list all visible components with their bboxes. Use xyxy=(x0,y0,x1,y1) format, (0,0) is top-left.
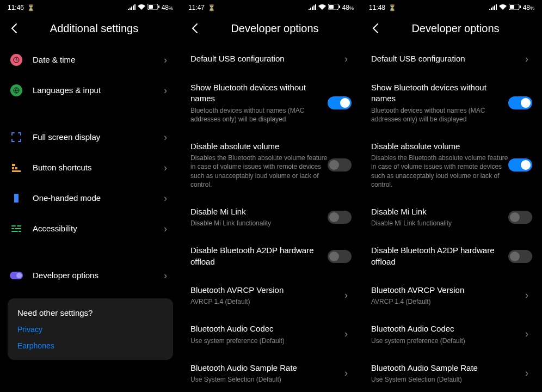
svg-rect-16 xyxy=(510,5,514,9)
list-item-subtitle: Disable Mi Link functionality xyxy=(371,219,508,228)
chevron-right-icon: › xyxy=(160,193,171,204)
list-item-accessibility[interactable]: Accessibility › xyxy=(0,213,181,244)
list-item-onehanded[interactable]: One-handed mode › xyxy=(0,183,181,213)
list-item-label: One-handed mode xyxy=(33,193,160,204)
battery-percent: 48% xyxy=(342,4,354,11)
list-item-disable-mi-link[interactable]: Disable Mi LinkDisable Mi Link functiona… xyxy=(361,198,542,236)
list-item-fullscreen[interactable]: Full screen display › xyxy=(0,122,181,152)
list-item-label: Bluetooth Audio Codec xyxy=(371,323,521,334)
list-item-label: Disable Mi Link xyxy=(371,206,508,217)
svg-rect-7 xyxy=(15,167,17,169)
list-item-label: Bluetooth AVRCP Version xyxy=(190,285,341,296)
battery-icon xyxy=(328,4,340,11)
list-item-label: Bluetooth Audio Codec xyxy=(190,323,341,334)
list-item-default-usb-configuration[interactable]: Default USB configuration› xyxy=(361,45,542,74)
help-link-earphones[interactable]: Earphones xyxy=(17,341,163,350)
chevron-right-icon: › xyxy=(341,53,352,65)
list-item-subtitle: Disables the Bluetooth absolute volume f… xyxy=(190,154,328,189)
list-item-label: Disable Mi Link xyxy=(190,206,328,217)
svg-rect-1 xyxy=(149,5,153,9)
list-item-label: Bluetooth Audio Sample Rate xyxy=(371,363,521,373)
list-item-default-usb-configuration[interactable]: Default USB configuration› xyxy=(181,45,361,74)
toggle-switch[interactable] xyxy=(328,96,352,109)
help-link-privacy[interactable]: Privacy xyxy=(17,325,163,334)
chevron-right-icon: › xyxy=(160,132,171,143)
devoptions-icon xyxy=(10,269,23,282)
list-item-bluetooth-audio-codec[interactable]: Bluetooth Audio CodecUse system preferen… xyxy=(181,315,361,353)
chevron-right-icon: › xyxy=(160,54,171,66)
list-item-subtitle: Use system preference (Default) xyxy=(371,336,521,345)
list-item-label: Disable Bluetooth A2DP hardware offload xyxy=(371,245,508,267)
list-item-shortcuts[interactable]: Button shortcuts › xyxy=(0,152,181,183)
list-item-label: Accessibility xyxy=(33,223,160,234)
page-title: Developer options xyxy=(393,22,518,35)
list-item-subtitle: Bluetooth devices without names (MAC add… xyxy=(190,106,328,124)
signal-icon xyxy=(128,4,136,11)
svg-rect-17 xyxy=(520,5,521,8)
list-item-disable-absolute-volume[interactable]: Disable absolute volumeDisables the Blue… xyxy=(361,132,542,198)
signal-icon xyxy=(309,4,316,11)
accessibility-icon xyxy=(10,222,23,235)
hourglass-icon: ⏳ xyxy=(389,4,396,11)
list-item-label: Full screen display xyxy=(33,132,160,143)
page-title: Developer options xyxy=(212,22,337,35)
back-button[interactable] xyxy=(8,22,21,35)
svg-point-11 xyxy=(16,273,22,278)
list-item-disable-bluetooth-a2dp-hardwar[interactable]: Disable Bluetooth A2DP hardware offload xyxy=(361,236,542,276)
list-item-languages[interactable]: Languages & input › xyxy=(0,75,181,106)
list-item-bluetooth-audio-codec[interactable]: Bluetooth Audio CodecUse system preferen… xyxy=(361,315,542,353)
back-button[interactable] xyxy=(188,22,201,35)
list-item-bluetooth-avrcp-version[interactable]: Bluetooth AVRCP VersionAVRCP 1.4 (Defaul… xyxy=(361,276,542,315)
toggle-switch[interactable] xyxy=(328,158,352,171)
status-bar: 11:48 ⏳ 48% xyxy=(361,0,542,15)
help-card: Need other settings? Privacy Earphones xyxy=(8,298,173,360)
list-item-label: Disable absolute volume xyxy=(190,141,328,152)
settings-list: Date & time › Languages & input › Full s… xyxy=(0,45,181,291)
battery-percent: 48% xyxy=(162,4,173,11)
battery-percent: 48% xyxy=(523,4,534,11)
svg-rect-13 xyxy=(329,5,334,9)
list-item-label: Disable Bluetooth A2DP hardware offload xyxy=(190,245,328,267)
toggle-switch[interactable] xyxy=(508,158,532,171)
globe-icon xyxy=(10,84,23,97)
list-item-subtitle: AVRCP 1.4 (Default) xyxy=(190,297,341,306)
chevron-right-icon: › xyxy=(521,53,532,65)
list-item-label: Button shortcuts xyxy=(33,162,160,173)
list-item-disable-absolute-volume[interactable]: Disable absolute volumeDisables the Blue… xyxy=(181,132,361,198)
chevron-right-icon: › xyxy=(521,367,532,379)
battery-icon xyxy=(509,4,521,11)
chevron-right-icon: › xyxy=(341,367,352,379)
list-item-show-bluetooth-devices-without[interactable]: Show Bluetooth devices without namesBlue… xyxy=(181,74,361,132)
toggle-switch[interactable] xyxy=(508,211,532,224)
screen-developer-options-2: 11:48 ⏳ 48% Developer options Default US… xyxy=(361,0,542,392)
list-item-subtitle: Use System Selection (Default) xyxy=(371,375,521,384)
list-item-devoptions[interactable]: Developer options › xyxy=(0,260,181,291)
svg-rect-9 xyxy=(14,194,19,203)
list-item-bluetooth-audio-sample-rate[interactable]: Bluetooth Audio Sample RateUse System Se… xyxy=(361,354,542,392)
back-button[interactable] xyxy=(369,22,382,35)
devoptions-list: Default USB configuration›Show Bluetooth… xyxy=(361,45,542,392)
list-item-disable-mi-link[interactable]: Disable Mi LinkDisable Mi Link functiona… xyxy=(181,198,361,236)
list-item-show-bluetooth-devices-without[interactable]: Show Bluetooth devices without namesBlue… xyxy=(361,74,542,132)
wifi-icon xyxy=(318,4,326,11)
list-item-label: Developer options xyxy=(33,270,160,281)
list-item-subtitle: AVRCP 1.4 (Default) xyxy=(371,297,521,306)
toggle-switch[interactable] xyxy=(328,211,352,224)
list-item-subtitle: Disables the Bluetooth absolute volume f… xyxy=(371,154,508,189)
list-item-label: Disable absolute volume xyxy=(371,141,508,152)
list-item-bluetooth-avrcp-version[interactable]: Bluetooth AVRCP VersionAVRCP 1.4 (Defaul… xyxy=(181,276,361,315)
onehanded-icon xyxy=(10,192,23,205)
toggle-switch[interactable] xyxy=(508,96,532,109)
list-item-date-time[interactable]: Date & time › xyxy=(0,45,181,75)
list-item-label: Bluetooth AVRCP Version xyxy=(371,285,521,296)
toggle-switch[interactable] xyxy=(508,250,532,263)
svg-rect-6 xyxy=(12,167,14,169)
wifi-icon xyxy=(138,4,145,11)
toggle-switch[interactable] xyxy=(328,250,352,263)
list-item-bluetooth-audio-sample-rate[interactable]: Bluetooth Audio Sample RateUse System Se… xyxy=(181,354,361,392)
list-item-label: Default USB configuration xyxy=(190,53,341,64)
fullscreen-icon xyxy=(10,131,23,144)
list-item-disable-bluetooth-a2dp-hardwar[interactable]: Disable Bluetooth A2DP hardware offload xyxy=(181,236,361,276)
list-item-label: Date & time xyxy=(33,54,160,65)
chevron-right-icon: › xyxy=(160,162,171,174)
